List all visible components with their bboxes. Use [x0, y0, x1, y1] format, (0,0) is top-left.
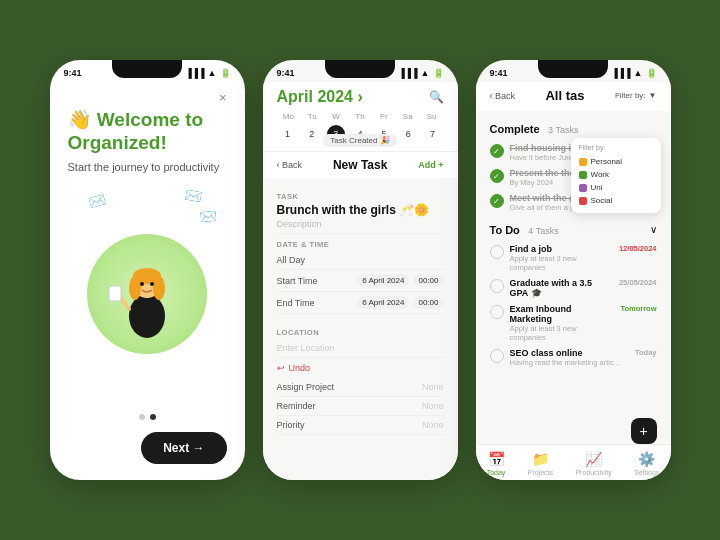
dot-2	[150, 414, 156, 420]
close-button[interactable]: ×	[219, 90, 227, 105]
task-checkbox-done-2[interactable]: ✓	[490, 169, 504, 183]
svg-point-0	[129, 294, 165, 338]
location-row: Enter Location	[277, 339, 444, 358]
cal-day-6[interactable]: 6	[399, 125, 417, 143]
back-button-3[interactable]: ‹ Back	[490, 91, 516, 101]
nav-settings[interactable]: ⚙️ Settings	[634, 451, 659, 476]
phone-notch-2	[325, 60, 395, 78]
svg-point-4	[153, 276, 165, 300]
month-row: April 2024 › 🔍	[277, 88, 444, 106]
status-icons-3: ▐▐▐ ▲ 🔋	[611, 68, 656, 78]
status-time-1: 9:41	[64, 68, 82, 78]
dot-1	[139, 414, 145, 420]
todo-text-3: Exam Inbound Marketing	[510, 304, 615, 324]
todo-section-header: To Do 4 Tasks ∨	[490, 220, 657, 238]
cal-day-1[interactable]: 1	[279, 125, 297, 143]
undo-icon: ↩	[277, 363, 285, 373]
add-task-fab[interactable]: +	[631, 418, 657, 444]
calendar-days-header: Mo Tu W Th Fr Sa Su	[277, 112, 444, 121]
add-button[interactable]: Add +	[418, 160, 443, 170]
status-icons-1: ▐▐▐ ▲ 🔋	[185, 68, 230, 78]
task-checkbox-done-1[interactable]: ✓	[490, 144, 504, 158]
all-tasks-header: ‹ Back All tas Filter by: ▼ Filter by: P…	[476, 82, 671, 111]
welcome-emoji: 👋	[68, 109, 92, 130]
green-circle	[87, 234, 207, 354]
search-icon[interactable]: 🔍	[429, 90, 444, 104]
welcome-subtitle: Start the journey to productivity	[68, 161, 227, 173]
reminder-row[interactable]: Reminder None	[277, 397, 444, 416]
task-name-field[interactable]: Brunch with the girls 🥂🌼	[277, 203, 444, 217]
task-field-label: TASK	[277, 192, 444, 201]
status-time-3: 9:41	[490, 68, 508, 78]
assign-project-row[interactable]: Assign Project None	[277, 378, 444, 397]
todo-item-2: Graduate with a 3.5 GPA 🎓 25/05/2024	[490, 278, 657, 298]
filter-uni[interactable]: Uni	[579, 181, 653, 194]
filter-work[interactable]: Work	[579, 168, 653, 181]
work-color	[579, 171, 587, 179]
todo-text-4: SEO class online	[510, 348, 629, 358]
cal-day-2[interactable]: 2	[303, 125, 321, 143]
pagination-dots	[68, 414, 227, 420]
envelope-2: ✉️	[183, 186, 203, 205]
next-button[interactable]: Next →	[141, 432, 226, 464]
uni-color	[579, 184, 587, 192]
filter-dropdown-title: Filter by:	[579, 144, 653, 151]
all-tasks-content: ‹ Back All tas Filter by: ▼ Filter by: P…	[476, 82, 671, 480]
filter-social[interactable]: Social	[579, 194, 653, 207]
new-task-phone: 9:41 ▐▐▐ ▲ 🔋 April 2024 › 🔍 T	[263, 60, 458, 480]
undo-row[interactable]: ↩ Undo	[277, 358, 444, 378]
start-time-value: 6 April 2024 00:00	[357, 274, 443, 287]
todo-date-3: Tomorrow	[620, 304, 656, 313]
phone-notch	[112, 60, 182, 78]
app-name: Organized!	[68, 132, 167, 153]
svg-point-3	[129, 276, 141, 300]
complete-count: 3 Tasks	[548, 125, 578, 135]
all-tasks-title: All tas	[545, 88, 584, 103]
bottom-nav: 📅 Today 📁 Projects 📈 Productivity ⚙️ Set…	[476, 444, 671, 480]
welcome-title: 👋 Welcome to Organized!	[68, 109, 227, 155]
task-description-field[interactable]: Description	[277, 219, 444, 229]
allday-row: All Day	[277, 251, 444, 270]
nav-projects[interactable]: 📁 Projects	[528, 451, 553, 476]
task-checkbox-done-3[interactable]: ✓	[490, 194, 504, 208]
todo-text-2: Graduate with a 3.5 GPA 🎓	[510, 278, 613, 298]
task-created-badge: Task Created 🎉	[322, 134, 397, 147]
location-label: LOCATION	[277, 328, 444, 337]
todo-date-4: Today	[635, 348, 657, 357]
complete-title: Complete	[490, 123, 540, 135]
back-button-2[interactable]: ‹ Back	[277, 160, 303, 170]
task-checkbox-2[interactable]	[490, 279, 504, 293]
nav-settings-label: Settings	[634, 469, 659, 476]
calendar-header: April 2024 › 🔍 Task Created 🎉 Mo Tu W Th…	[263, 82, 458, 152]
task-form: TASK Brunch with the girls 🥂🌼 Descriptio…	[263, 178, 458, 480]
end-time-value: 6 April 2024 00:00	[357, 296, 443, 309]
todo-date-2: 25/05/2024	[619, 278, 657, 287]
nav-today[interactable]: 📅 Today	[487, 451, 506, 476]
filter-area[interactable]: Filter by: ▼	[615, 91, 657, 100]
chart-icon: 📈	[585, 451, 602, 467]
phone-notch-3	[538, 60, 608, 78]
todo-item-1: Find a job Apply at least 3 new companie…	[490, 244, 657, 272]
task-checkbox-3[interactable]	[490, 305, 504, 319]
todo-sub-3: Apply at least 3 new companies	[510, 324, 615, 342]
end-time-row[interactable]: End Time 6 April 2024 00:00	[277, 292, 444, 314]
filter-dropdown: Filter by: Personal Work Uni	[571, 138, 661, 213]
filter-icon[interactable]: ▼	[649, 91, 657, 100]
month-year: April 2024 ›	[277, 88, 363, 106]
task-checkbox-4[interactable]	[490, 349, 504, 363]
filter-personal[interactable]: Personal	[579, 155, 653, 168]
cal-day-7[interactable]: 7	[423, 125, 441, 143]
welcome-content: × 👋 Welcome to Organized! Start the jour…	[50, 82, 245, 480]
chevron-down-icon[interactable]: ∨	[650, 224, 657, 235]
settings-icon: ⚙️	[638, 451, 655, 467]
todo-count: 4 Tasks	[528, 226, 558, 236]
nav-productivity[interactable]: 📈 Productivity	[575, 451, 611, 476]
start-time-row[interactable]: Start Time 6 April 2024 00:00	[277, 270, 444, 292]
social-color	[579, 197, 587, 205]
priority-row[interactable]: Priority None	[277, 416, 444, 435]
svg-point-6	[150, 282, 154, 286]
task-nav-title: New Task	[333, 158, 387, 172]
task-checkbox-1[interactable]	[490, 245, 504, 259]
todo-date-1: 12/05/2024	[619, 244, 657, 253]
nav-projects-label: Projects	[528, 469, 553, 476]
